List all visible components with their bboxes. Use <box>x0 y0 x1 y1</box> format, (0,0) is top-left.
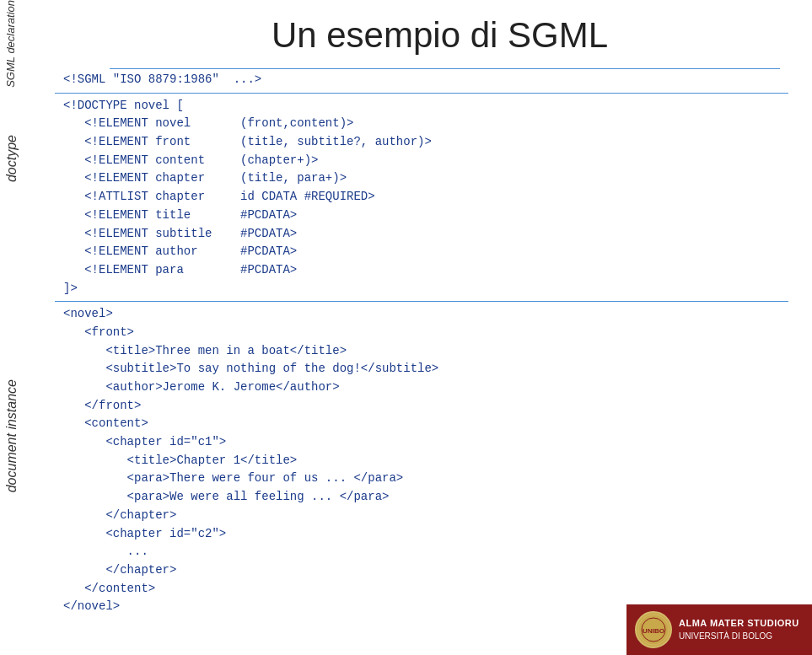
instance-line: ... <box>63 543 788 561</box>
instance-line: </content> <box>63 580 788 599</box>
instance-line: <chapter id="c1"> <box>63 433 788 452</box>
sgml-line-1: <!SGML "ISO 8879:1986" ...> <box>63 71 788 89</box>
doctype-label: doctype <box>4 135 19 182</box>
code-area: <!SGML "ISO 8879:1986" ...> <!DOCTYPE no… <box>55 68 788 620</box>
doctype-line: <!ELEMENT content (chapter+)> <box>63 152 788 170</box>
doctype-line: <!ELEMENT para #PCDATA> <box>63 261 788 280</box>
instance-line: <front> <box>63 324 788 342</box>
svg-text:UNIBO: UNIBO <box>643 627 664 635</box>
instance-line: <para>There were four of us ... </para> <box>63 470 788 488</box>
instance-line: <title>Three men in a boat</title> <box>63 342 788 361</box>
document-instance-label: document instance <box>4 379 19 492</box>
instance-line: <para>We were all feeling ... </para> <box>63 488 788 507</box>
instance-line: <title>Chapter 1</title> <box>63 452 788 470</box>
doctype-line: <!ELEMENT front (title, subtitle?, autho… <box>63 133 788 152</box>
instance-block: <novel> <front> <title>Three men in a bo… <box>55 302 788 620</box>
instance-line: <content> <box>63 415 788 433</box>
instance-line: <subtitle>To say nothing of the dog!</su… <box>63 360 788 379</box>
doctype-line: <!ELEMENT subtitle #PCDATA> <box>63 225 788 244</box>
instance-line: </chapter> <box>63 561 788 580</box>
university-logo: UNIBO ALMA MATER STUDIORU UNIVERSITÀ DI … <box>626 604 812 655</box>
doctype-line: <!ELEMENT chapter (title, para+)> <box>63 169 788 188</box>
doctype-line: ]> <box>63 280 788 298</box>
sgml-declaration-label: SGML declaration <box>4 0 17 88</box>
instance-line: </front> <box>63 397 788 416</box>
doctype-line: <!DOCTYPE novel [ <box>63 97 788 115</box>
logo-seal: UNIBO <box>635 611 672 648</box>
doctype-block: <!DOCTYPE novel [ <!ELEMENT novel (front… <box>55 94 788 303</box>
doctype-line: <!ATTLIST chapter id CDATA #REQUIRED> <box>63 188 788 207</box>
page-title: Un esempio di SGML <box>0 0 812 64</box>
instance-line: <chapter id="c2"> <box>63 525 788 544</box>
doctype-line: <!ELEMENT title #PCDATA> <box>63 207 788 225</box>
instance-line: </chapter> <box>63 507 788 525</box>
doctype-line: <!ELEMENT novel (front,content)> <box>63 115 788 133</box>
logo-text: ALMA MATER STUDIORU UNIVERSITÀ DI BOLOG <box>679 617 799 642</box>
instance-line: <novel> <box>63 305 788 324</box>
instance-line: <author>Jerome K. Jerome</author> <box>63 379 788 397</box>
doctype-line: <!ELEMENT author #PCDATA> <box>63 243 788 261</box>
sgml-declaration-block: <!SGML "ISO 8879:1986" ...> <box>55 69 788 94</box>
